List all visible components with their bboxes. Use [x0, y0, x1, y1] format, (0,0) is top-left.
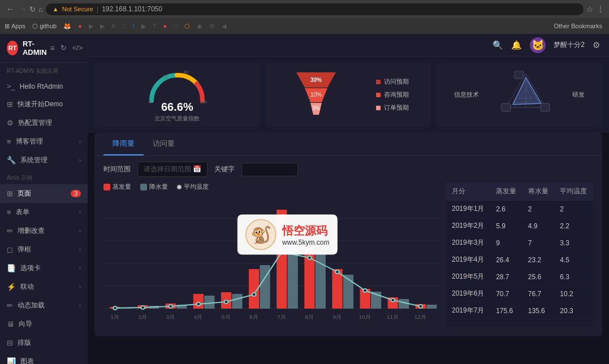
sidebar-refresh-icon[interactable]: ↻: [61, 44, 67, 53]
table-cell-2: 7: [522, 235, 555, 252]
sidebar-code-icon[interactable]: </>: [72, 44, 83, 53]
table-cell-3: 3.3: [554, 235, 593, 252]
svg-text:30%: 30%: [310, 77, 322, 83]
funnel-legend: 访问预期 咨询预期 订单预期: [376, 77, 409, 112]
legend-label-evaporation: 蒸发量: [113, 183, 131, 191]
table-cell-2: 23.2: [522, 252, 555, 268]
sidebar-label-crud: 增删改查: [18, 226, 45, 236]
sidebar-item-blog[interactable]: ≡ 博客管理 ›: [0, 132, 88, 151]
sidebar-item-dynamic[interactable]: ✏ 动态加载 ›: [0, 296, 88, 315]
sidebar-item-crud[interactable]: ✏ 增删改查 ›: [0, 222, 88, 240]
menu-icon[interactable]: ⋮: [597, 5, 604, 14]
svg-point-57: [335, 270, 339, 274]
reload-btn[interactable]: ↻: [29, 5, 36, 14]
table-cell-0: 2019年2月: [446, 218, 490, 235]
sidebar-item-demo[interactable]: ⊞ 快速开始Demo: [0, 95, 88, 114]
app-container: RT RT-ADMIN ≡ ↻ </> RT-ADMIN 实践应用 >_ Hel…: [0, 34, 609, 364]
table-cell-2: 4.9: [522, 218, 555, 235]
dynamic-icon: ✏: [7, 301, 13, 310]
tabs-icon: 📑: [7, 264, 16, 272]
svg-text:10月: 10月: [359, 314, 372, 320]
svg-rect-38: [288, 229, 298, 309]
sidebar-item-dialog[interactable]: ◻ 弹框 ›: [0, 240, 88, 259]
svg-text:9月: 9月: [332, 314, 342, 320]
sidebar-menu-icon[interactable]: ≡: [50, 44, 55, 53]
table-row: 2019年5月28.725.66.3: [446, 268, 593, 285]
linkage-arrow-icon: ›: [79, 284, 81, 290]
sidebar-label-demo: 快速开始Demo: [18, 99, 63, 109]
table-cell-2: 76.7: [522, 285, 555, 302]
svg-rect-31: [193, 294, 204, 309]
apps-bookmark[interactable]: ⊞ Apps: [5, 23, 25, 30]
svg-text:7月: 7月: [277, 314, 286, 320]
table-cell-2: 2: [522, 201, 555, 218]
table-cell-3: 6.3: [554, 268, 593, 285]
sidebar-item-tabs[interactable]: 📑 选项卡 ›: [0, 259, 88, 278]
sidebar: RT RT-ADMIN ≡ ↻ </> RT-ADMIN 实践应用 >_ Hel…: [0, 34, 88, 364]
radar-svg: [500, 71, 551, 119]
svg-text:6月: 6月: [249, 314, 258, 320]
address-bar[interactable]: ▲ Not Secure | 192.168.1.101:7050: [46, 3, 584, 15]
settings-icon[interactable]: ⚙: [593, 40, 600, 50]
svg-point-55: [280, 250, 284, 254]
star-icon[interactable]: ☆: [586, 5, 594, 14]
dialog-icon: ◻: [7, 245, 13, 254]
search-icon[interactable]: 🔍: [493, 40, 503, 50]
sidebar-label-wizard: 向导: [19, 319, 32, 329]
other-bookmarks[interactable]: Other Bookmarks: [554, 23, 602, 29]
sidebar-item-form[interactable]: ≡ 表单 ›: [0, 203, 88, 222]
svg-text:11月: 11月: [387, 314, 399, 320]
funnel-svg: 30% 10% 3%: [288, 70, 344, 120]
sidebar-label-pages: 页面: [18, 189, 31, 198]
pages-badge: 3: [71, 190, 81, 197]
funnel-legend-item-1: 咨询预期: [376, 90, 409, 99]
radar-label-left: 信息技术: [454, 90, 479, 99]
home-btn[interactable]: ⌂: [38, 5, 43, 14]
sidebar-item-system[interactable]: 🔧 系统管理 ›: [0, 151, 88, 170]
tab-rainfall[interactable]: 降雨量: [103, 133, 144, 155]
sidebar-label-chart: 图表: [20, 357, 34, 364]
legend-item-evaporation: 蒸发量: [103, 183, 131, 191]
sidebar-item-layout[interactable]: ⊟ 排版: [0, 333, 88, 352]
gear-icon-hotconfig: ⚙: [7, 119, 14, 127]
back-btn[interactable]: ←: [5, 3, 16, 15]
funnel-label-1: 咨询预期: [384, 90, 409, 99]
table-cell-0: 2019年6月: [446, 285, 490, 302]
sidebar-item-chart[interactable]: 📊 图表: [0, 352, 88, 364]
bar-chart-svg: 1月 2月 3月 4月 5月 6月 7月 8月 9月 10月 11月 12月: [103, 196, 439, 326]
svg-point-49: [113, 306, 117, 310]
tab-visits[interactable]: 访问量: [144, 133, 184, 155]
url-text: 192.168.1.101:7050: [102, 5, 162, 13]
grid-icon-demo: ⊞: [7, 100, 13, 109]
tabs-arrow-icon: ›: [79, 265, 81, 271]
svg-text:0: 0: [149, 99, 152, 105]
sidebar-label-blog: 博客管理: [16, 137, 43, 146]
legend-item-rainfall: 降水量: [140, 183, 168, 191]
table-cell-3: 2: [554, 201, 593, 218]
wrench-icon: 🔧: [7, 156, 16, 164]
svg-rect-32: [204, 296, 214, 309]
table-cell-1: 26.4: [490, 252, 522, 268]
sidebar-item-pages[interactable]: ⊞ 页面 3: [0, 184, 88, 203]
grid-icon-pages: ⊞: [7, 189, 13, 198]
sidebar-label-system: 系统管理: [20, 155, 47, 165]
table-cell-3: 10.2: [554, 285, 593, 302]
sidebar-item-hotconfig[interactable]: ⚙ 热配置管理: [0, 114, 88, 132]
sidebar-item-wizard[interactable]: 🖥 向导: [0, 315, 88, 333]
radar-label-right: 研发: [572, 90, 585, 99]
keyword-input[interactable]: [241, 163, 298, 176]
forward-btn[interactable]: →: [19, 5, 27, 14]
user-name: 梦醒十分2: [554, 40, 585, 50]
layout-icon: ⊟: [7, 339, 13, 347]
bell-icon[interactable]: 🔔: [511, 40, 522, 50]
chart-and-table: 蒸发量 降水量 平均温度: [94, 183, 602, 336]
svg-point-58: [363, 289, 367, 292]
svg-point-53: [224, 300, 228, 304]
chart-icon: 📊: [7, 357, 16, 364]
col-month: 月分: [446, 183, 490, 201]
legend-label-rainfall: 降水量: [149, 183, 168, 191]
date-picker[interactable]: 请选择日期范围 📅: [137, 162, 208, 177]
github-bookmark[interactable]: ⬡ github: [32, 23, 57, 30]
sidebar-item-hello[interactable]: >_ Hello RtAdmin: [0, 77, 88, 95]
sidebar-item-linkage[interactable]: ⚡ 联动 ›: [0, 278, 88, 296]
